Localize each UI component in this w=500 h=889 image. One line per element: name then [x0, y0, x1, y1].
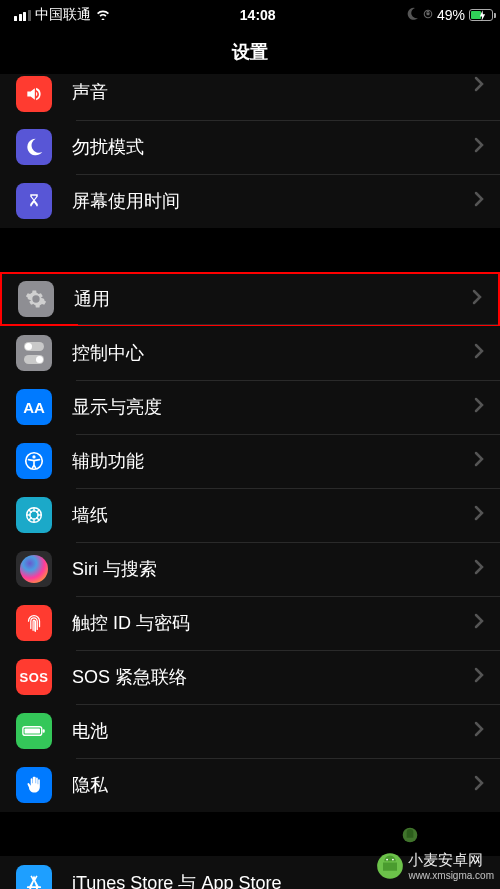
svg-rect-7 [25, 728, 40, 733]
accessibility-icon [16, 443, 52, 479]
status-bar: 中国联通 14:08 49% [0, 0, 500, 30]
svg-point-11 [387, 859, 389, 861]
wallpaper-icon [16, 497, 52, 533]
row-display[interactable]: AA 显示与亮度 [0, 380, 500, 434]
signal-icon [14, 10, 31, 21]
sound-icon [16, 76, 52, 112]
label-sound: 声音 [72, 80, 474, 104]
sos-icon: SOS [16, 659, 52, 695]
row-general[interactable]: 通用 [0, 272, 500, 326]
clock: 14:08 [240, 7, 276, 23]
chevron-right-icon [474, 505, 484, 525]
carrier-label: 中国联通 [35, 6, 91, 24]
svg-rect-1 [427, 13, 430, 16]
chevron-right-icon [474, 451, 484, 471]
battery-percent: 49% [437, 7, 465, 23]
label-wallpaper: 墙纸 [72, 503, 474, 527]
orientation-lock-icon [423, 7, 433, 23]
watermark-text: 小麦安卓网 [408, 851, 494, 870]
watermark-small [402, 827, 418, 843]
chevron-right-icon [474, 397, 484, 417]
chevron-right-icon [474, 613, 484, 633]
section-gap [0, 812, 500, 856]
label-display: 显示与亮度 [72, 395, 474, 419]
row-dnd[interactable]: 勿扰模式 [0, 120, 500, 174]
svg-point-3 [32, 455, 35, 458]
hourglass-icon [16, 183, 52, 219]
gear-icon [18, 281, 54, 317]
label-control-center: 控制中心 [72, 341, 474, 365]
label-siri: Siri 与搜索 [72, 557, 474, 581]
settings-section-1: 声音 勿扰模式 屏幕使用时间 [0, 74, 500, 228]
label-sos: SOS 紧急联络 [72, 665, 474, 689]
svg-point-12 [392, 859, 394, 861]
chevron-right-icon [474, 191, 484, 211]
chevron-right-icon [474, 343, 484, 363]
section-gap [0, 228, 500, 272]
chevron-right-icon [474, 559, 484, 579]
dnd-moon-icon [405, 7, 419, 24]
row-screentime[interactable]: 屏幕使用时间 [0, 174, 500, 228]
wifi-icon [95, 7, 111, 23]
control-center-icon [16, 335, 52, 371]
battery-icon [469, 9, 486, 21]
settings-section-2: 通用 控制中心 AA 显示与亮度 辅助功能 墙纸 Sir [0, 272, 500, 812]
row-privacy[interactable]: 隐私 [0, 758, 500, 812]
watermark: 小麦安卓网 www.xmsigma.com [376, 851, 494, 881]
row-siri[interactable]: Siri 与搜索 [0, 542, 500, 596]
hand-icon [16, 767, 52, 803]
label-accessibility: 辅助功能 [72, 449, 474, 473]
label-privacy: 隐私 [72, 773, 474, 797]
label-general: 通用 [74, 287, 472, 311]
label-screentime: 屏幕使用时间 [72, 189, 474, 213]
moon-icon [16, 129, 52, 165]
row-wallpaper[interactable]: 墙纸 [0, 488, 500, 542]
status-left: 中国联通 [14, 6, 111, 24]
row-sound[interactable]: 声音 [0, 74, 500, 120]
status-right: 49% [405, 7, 486, 24]
row-touchid[interactable]: 触控 ID 与密码 [0, 596, 500, 650]
watermark-url: www.xmsigma.com [408, 870, 494, 881]
row-battery[interactable]: 电池 [0, 704, 500, 758]
text-size-icon: AA [16, 389, 52, 425]
row-control-center[interactable]: 控制中心 [0, 326, 500, 380]
chevron-right-icon [474, 721, 484, 741]
svg-rect-8 [43, 729, 45, 732]
fingerprint-icon [16, 605, 52, 641]
label-touchid: 触控 ID 与密码 [72, 611, 474, 635]
label-dnd: 勿扰模式 [72, 135, 474, 159]
chevron-right-icon [472, 289, 482, 309]
label-battery: 电池 [72, 719, 474, 743]
page-title: 设置 [0, 30, 500, 74]
chevron-right-icon [474, 667, 484, 687]
row-sos[interactable]: SOS SOS 紧急联络 [0, 650, 500, 704]
siri-icon [16, 551, 52, 587]
appstore-icon [16, 865, 52, 889]
chevron-right-icon [474, 137, 484, 157]
battery-row-icon [16, 713, 52, 749]
chevron-right-icon [474, 76, 484, 96]
row-accessibility[interactable]: 辅助功能 [0, 434, 500, 488]
chevron-right-icon [474, 775, 484, 795]
